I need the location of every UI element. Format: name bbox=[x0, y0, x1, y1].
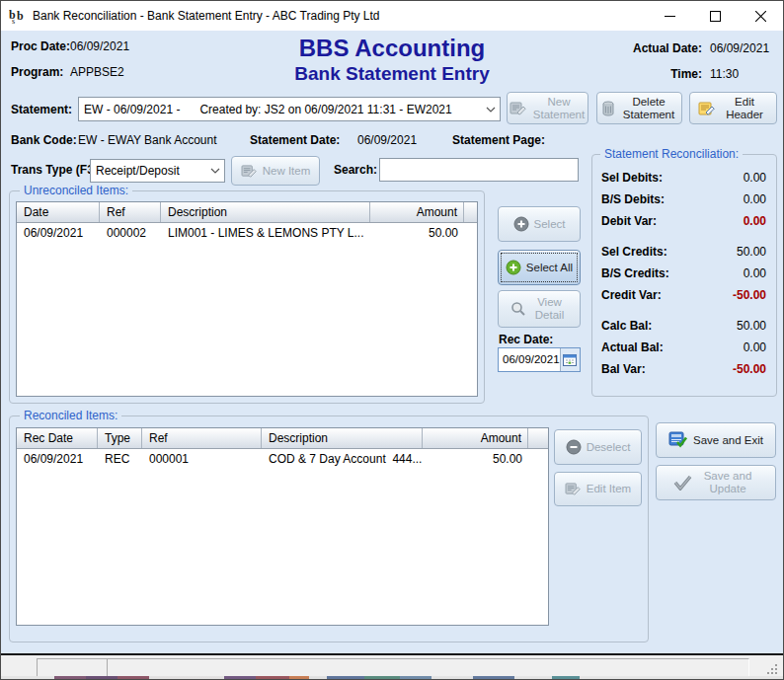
window-controls bbox=[647, 1, 783, 31]
cell-description: COD & 7 Day Account 444... bbox=[262, 452, 423, 469]
window-title: Bank Reconciliation - Bank Statement Ent… bbox=[33, 9, 380, 23]
column-header-filler bbox=[464, 202, 477, 222]
credit-var-label: Credit Var: bbox=[601, 288, 662, 302]
delete-statement-label: Delete Statement bbox=[620, 96, 677, 121]
reconciled-table[interactable]: Rec Date Type Ref Description Amount 06/… bbox=[16, 427, 549, 626]
trans-type-combobox[interactable]: Receipt/Deposit bbox=[90, 159, 225, 183]
status-panel bbox=[37, 658, 749, 677]
chevron-down-icon bbox=[206, 168, 224, 174]
column-header-date[interactable]: Date bbox=[17, 202, 100, 222]
close-icon bbox=[755, 11, 766, 22]
cell-date: 06/09/2021 bbox=[17, 226, 100, 243]
column-header-type[interactable]: Type bbox=[98, 428, 142, 448]
edit-item-icon bbox=[565, 482, 582, 496]
column-header-rec-date[interactable]: Rec Date bbox=[17, 428, 98, 448]
actual-bal-label: Actual Bal: bbox=[601, 340, 664, 354]
cell-rec-date: 06/09/2021 bbox=[17, 452, 98, 469]
column-header-ref[interactable]: Ref bbox=[142, 428, 262, 448]
cell-type: REC bbox=[98, 452, 142, 469]
new-statement-label: New Statement bbox=[532, 96, 587, 121]
svg-text:b: b bbox=[17, 9, 24, 23]
close-button[interactable] bbox=[738, 1, 783, 31]
search-input[interactable] bbox=[379, 158, 579, 182]
statement-label: Statement: bbox=[11, 103, 72, 116]
app-logo-icon[interactable]: b b s bbox=[9, 7, 27, 25]
bs-credits-value: 0.00 bbox=[744, 266, 766, 280]
save-and-update-label: Save and Update bbox=[697, 470, 758, 495]
calendar-button[interactable] bbox=[560, 348, 580, 371]
statement-date-value: 06/09/2021 bbox=[357, 133, 417, 147]
column-header-ref[interactable]: Ref bbox=[100, 202, 161, 222]
minimize-icon bbox=[665, 11, 675, 22]
statement-page-label: Statement Page: bbox=[452, 133, 545, 147]
new-item-label: New Item bbox=[263, 165, 311, 178]
save-and-update-button[interactable]: Save and Update bbox=[656, 465, 776, 500]
sel-debits-label: Sel Debits: bbox=[601, 171, 663, 185]
unreconciled-table[interactable]: Date Ref Description Amount 06/09/2021 0… bbox=[16, 201, 478, 397]
select-button[interactable]: Select bbox=[498, 206, 581, 242]
unreconciled-group: Unreconciled Items: Date Ref Description… bbox=[9, 190, 485, 404]
statement-combobox[interactable]: EW - 06/09/2021 - Created by: JS2 on 06/… bbox=[78, 97, 501, 121]
select-all-label: Select All bbox=[526, 262, 573, 274]
debit-var-label: Debit Var: bbox=[601, 214, 657, 228]
status-divider bbox=[107, 659, 108, 676]
application-window: b b s Bank Reconciliation - Bank Stateme… bbox=[0, 0, 784, 680]
calc-bal-label: Calc Bal: bbox=[601, 319, 652, 333]
column-header-description[interactable]: Description bbox=[262, 428, 423, 448]
edit-item-button[interactable]: Edit Item bbox=[554, 472, 642, 506]
statement-combobox-value: EW - 06/09/2021 - Created by: JS2 on 06/… bbox=[79, 103, 482, 116]
column-header-filler bbox=[528, 428, 548, 448]
debit-var-value: 0.00 bbox=[744, 214, 766, 228]
cell-amount: 50.00 bbox=[423, 452, 528, 469]
search-label: Search: bbox=[334, 163, 377, 177]
bs-credits-label: B/S Credits: bbox=[601, 266, 669, 280]
new-item-button[interactable]: New Item bbox=[231, 156, 320, 186]
unreconciled-group-title: Unreconciled Items: bbox=[20, 184, 132, 197]
actual-date-value: 06/09/2021 bbox=[710, 41, 769, 55]
new-item-icon bbox=[241, 164, 258, 179]
statement-reconciliation-group: Statement Reconciliation: Sel Debits: 0.… bbox=[591, 154, 777, 397]
reconciled-group: Reconciled Items: Rec Date Type Ref Desc… bbox=[9, 416, 649, 642]
calendar-icon bbox=[563, 353, 577, 366]
column-header-amount[interactable]: Amount bbox=[370, 202, 464, 222]
resize-grip[interactable] bbox=[767, 664, 778, 675]
column-header-amount[interactable]: Amount bbox=[423, 428, 528, 448]
column-header-description[interactable]: Description bbox=[161, 202, 370, 222]
maximize-button[interactable] bbox=[692, 1, 738, 31]
edit-header-button[interactable]: Edit Header bbox=[689, 92, 777, 124]
time-label: Time: bbox=[670, 67, 702, 81]
sel-credits-value: 50.00 bbox=[737, 245, 766, 259]
deselect-button[interactable]: Deselect bbox=[554, 429, 642, 465]
trash-icon bbox=[601, 101, 615, 116]
bank-code-value: EW - EWAY Bank Account bbox=[78, 133, 217, 147]
rec-date-value: 06/09/2021 bbox=[499, 348, 560, 371]
credit-var-value: -50.00 bbox=[733, 288, 766, 302]
reconciled-header-row: Rec Date Type Ref Description Amount bbox=[17, 428, 548, 449]
reconciled-table-row[interactable]: 06/09/2021 REC 000001 COD & 7 Day Accoun… bbox=[17, 449, 548, 469]
cell-ref: 000002 bbox=[100, 226, 161, 243]
statement-reconciliation-title: Statement Reconciliation: bbox=[600, 147, 743, 161]
magnifier-icon bbox=[510, 301, 526, 317]
new-statement-icon bbox=[510, 101, 527, 116]
view-detail-button[interactable]: View Detail bbox=[498, 290, 581, 328]
edit-item-label: Edit Item bbox=[587, 483, 631, 495]
select-label: Select bbox=[534, 218, 566, 231]
reconciled-group-title: Reconciled Items: bbox=[20, 409, 121, 422]
delete-statement-button[interactable]: Delete Statement bbox=[596, 92, 682, 124]
edit-header-label: Edit Header bbox=[721, 96, 768, 121]
save-and-exit-button[interactable]: Save and Exit bbox=[656, 422, 776, 458]
deselect-label: Deselect bbox=[587, 441, 631, 454]
select-all-button[interactable]: Select All bbox=[498, 250, 581, 285]
cell-description: LIM001 - LIMES & LEMONS PTY L... bbox=[161, 226, 370, 243]
new-statement-button[interactable]: New Statement bbox=[507, 92, 588, 124]
trans-type-label: Trans Type (F3): bbox=[11, 163, 102, 177]
rec-date-label: Rec Date: bbox=[499, 333, 553, 346]
chevron-down-icon bbox=[482, 107, 500, 113]
unreconciled-table-row[interactable]: 06/09/2021 000002 LIM001 - LIMES & LEMON… bbox=[17, 223, 477, 243]
sel-credits-label: Sel Credits: bbox=[601, 245, 667, 259]
title-bar[interactable]: b b s Bank Reconciliation - Bank Stateme… bbox=[1, 1, 783, 31]
minimize-button[interactable] bbox=[647, 1, 692, 31]
minus-circle-icon bbox=[566, 439, 582, 455]
rec-date-input[interactable]: 06/09/2021 bbox=[498, 347, 581, 372]
actual-bal-value: 0.00 bbox=[744, 340, 766, 354]
